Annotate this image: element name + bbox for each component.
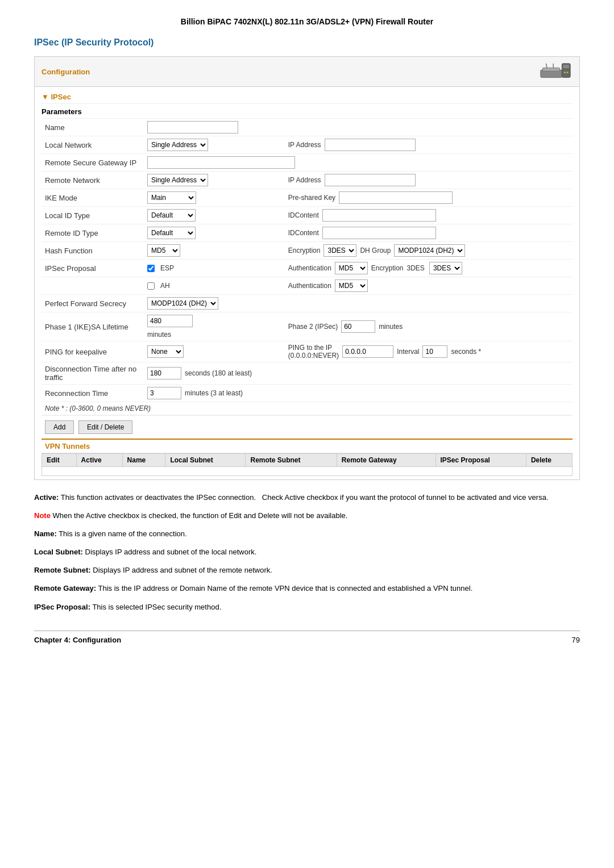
remote-network-type-select[interactable]: Single Address Subnet	[147, 174, 208, 186]
svg-point-4	[564, 72, 566, 73]
disconnection-cell: seconds (180 at least)	[144, 362, 572, 385]
desc-local-subnet-text: Displays IP address and subnet of the lo…	[85, 548, 257, 556]
config-header-title: Configuration	[42, 68, 90, 76]
col-active: Active	[76, 454, 122, 467]
config-header: Configuration	[35, 57, 579, 87]
disconnection-label: Disconnection Time after no traffic	[42, 362, 144, 385]
disconnection-input[interactable]	[147, 367, 181, 379]
local-id-content-input[interactable]	[322, 209, 436, 222]
remote-network-row: Remote Network Single Address Subnet IP …	[42, 172, 572, 189]
ah-auth-cell: Authentication MD5 SHA1	[285, 277, 572, 295]
local-id-type-label: Local ID Type	[42, 207, 144, 224]
remote-id-content-input[interactable]	[322, 227, 436, 239]
col-remote-subnet: Remote Subnet	[246, 454, 337, 467]
header-title: Billion BiPAC 7402NX(L) 802.11n 3G/ADSL2…	[181, 17, 433, 26]
tunnels-header-row: Edit Active Name Local Subnet Remote Sub…	[42, 454, 572, 467]
pre-shared-key-input[interactable]	[339, 191, 453, 204]
local-network-ip-input[interactable]	[325, 139, 416, 151]
ike-mode-cell: Main Aggressive	[144, 189, 285, 207]
config-box: Configuration ▼ IPSec Parameters Name	[34, 56, 580, 480]
desc-note-term: Note	[34, 511, 51, 520]
interval-input[interactable]	[422, 345, 447, 358]
desc-remote-subnet: Remote Subnet: Displays IP address and s…	[34, 564, 580, 577]
phase1-unit: minutes	[147, 331, 171, 339]
desc-remote-gateway-term: Remote Gateway:	[34, 584, 96, 592]
reconnection-row: Reconnection Time minutes (3 at least)	[42, 385, 572, 402]
desc-ipsec-proposal: IPSec Proposal: This is selected IPSec s…	[34, 601, 580, 614]
ah-auth-select[interactable]: MD5 SHA1	[335, 279, 368, 292]
pfs-label: Perfect Forward Secrecy	[42, 295, 144, 312]
ike-mode-label: IKE Mode	[42, 189, 144, 207]
ike-mode-select[interactable]: Main Aggressive	[147, 191, 196, 204]
add-button[interactable]: Add	[45, 420, 74, 434]
desc-local-subnet-term: Local Subnet:	[34, 548, 83, 556]
desc-name-text: This is a given name of the connection.	[59, 529, 186, 538]
col-remote-gateway: Remote Gateway	[337, 454, 435, 467]
remote-network-ip-input[interactable]	[325, 174, 416, 186]
ipsec-toggle[interactable]: ▼ IPSec	[42, 90, 572, 104]
vpn-tunnels-section: VPN Tunnels Edit Active Name Local Subne…	[42, 439, 572, 476]
remote-id-content-label: IDContent	[288, 229, 319, 237]
name-input[interactable]	[147, 121, 238, 133]
desc-local-subnet: Local Subnet: Displays IP address and su…	[34, 546, 580, 558]
reconnection-cell: minutes (3 at least)	[144, 385, 572, 402]
reconnection-label: Reconnection Time	[42, 385, 144, 402]
remote-secure-gateway-row: Remote Secure Gateway IP	[42, 154, 572, 172]
encryption-dh-cell: Encryption 3DES DES AES DH Group MODP102…	[285, 242, 572, 260]
auth-label: Authentication	[288, 264, 331, 272]
phase1-cell: minutes	[144, 312, 285, 341]
phase2-input[interactable]	[341, 320, 375, 333]
local-id-type-select[interactable]: Default IP Address FQDN	[147, 209, 196, 222]
ah-checkbox[interactable]	[147, 282, 155, 290]
col-local-subnet: Local Subnet	[165, 454, 246, 467]
remote-secure-gateway-input[interactable]	[147, 156, 295, 169]
local-network-cell: Single Address Subnet	[144, 136, 285, 154]
esp-checkbox[interactable]	[147, 265, 155, 272]
desc-ipsec-proposal-text: This is selected IPSec security method.	[92, 603, 221, 611]
edit-delete-button[interactable]: Edit / Delete	[78, 420, 132, 434]
reconnection-unit: minutes (3 at least)	[185, 389, 243, 397]
form-table: Name Local Network Single Address Subnet	[42, 119, 572, 415]
name-row: Name	[42, 119, 572, 136]
esp-auth-select[interactable]: MD5 SHA1	[335, 262, 368, 274]
router-icon	[538, 61, 572, 82]
local-network-type-select[interactable]: Single Address Subnet	[147, 139, 208, 151]
ping-ip-cell: PING to the IP (0.0.0.0:NEVER) Interval …	[285, 341, 572, 362]
vpn-tunnels-title: VPN Tunnels	[42, 440, 572, 453]
desc-active-term: Active:	[34, 493, 59, 502]
hash-function-row: Hash Function MD5 SHA1 Encryption 3DES	[42, 242, 572, 260]
svg-rect-1	[543, 68, 560, 71]
local-network-row: Local Network Single Address Subnet IP A…	[42, 136, 572, 154]
pre-shared-key-label: Pre-shared Key	[288, 194, 335, 202]
remote-id-type-select[interactable]: Default IP Address FQDN	[147, 227, 196, 239]
ping-keepalive-select[interactable]: None Enable	[147, 345, 184, 358]
ping-keepalive-cell: None Enable	[144, 341, 285, 362]
phase2-unit: minutes	[379, 323, 403, 331]
ping-ip-sublabel: (0.0.0.0:NEVER)	[288, 352, 339, 360]
esp-enc-select[interactable]: 3DES DES AES	[429, 262, 462, 274]
remote-secure-gateway-label: Remote Secure Gateway IP	[42, 154, 144, 172]
ping-ip-input[interactable]	[342, 345, 393, 358]
desc-remote-gateway: Remote Gateway: This is the IP address o…	[34, 582, 580, 595]
reconnection-input[interactable]	[147, 387, 181, 399]
enc-label: Encryption	[371, 264, 404, 272]
local-network-ip-cell: IP Address	[285, 136, 572, 154]
hash-function-label: Hash Function	[42, 242, 144, 260]
desc-name: Name: This is a given name of the connec…	[34, 528, 580, 540]
pfs-cell: MODP1024 (DH2) None	[144, 295, 572, 312]
ah-cell: AH	[144, 277, 285, 295]
dh-group-select[interactable]: MODP1024 (DH2) MODP768 (DH1)	[394, 244, 465, 257]
hash-function-select[interactable]: MD5 SHA1	[147, 244, 180, 257]
remote-network-label: Remote Network	[42, 172, 144, 189]
disconnection-unit: seconds (180 at least)	[185, 369, 252, 377]
pfs-select[interactable]: MODP1024 (DH2) None	[147, 297, 218, 310]
name-label: Name	[42, 119, 144, 136]
svg-line-6	[546, 64, 547, 68]
ipsec-section: ▼ IPSec Parameters Name Local Network	[35, 87, 579, 479]
footer-left: Chapter 4: Configuration	[34, 636, 121, 644]
phase1-input[interactable]	[147, 315, 193, 327]
desc-remote-subnet-text: Displays IP address and subnet of the re…	[93, 566, 272, 574]
encryption-select[interactable]: 3DES DES AES	[323, 244, 356, 257]
desc-note-text: When the Active checkbox is checked, the…	[53, 511, 348, 520]
esp-cell: ESP	[144, 260, 285, 277]
